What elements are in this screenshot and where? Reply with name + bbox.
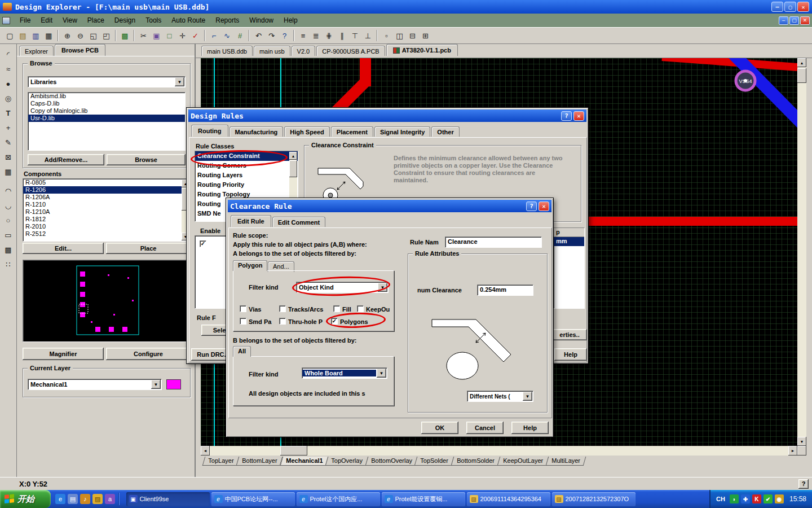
design-rules-help-button[interactable]: Help [554,348,587,361]
tab-edit-comment[interactable]: Edit Comment [272,217,326,227]
zoom-all-icon[interactable]: ◰ [100,29,113,42]
footprint-preview[interactable] [23,260,191,342]
vertical-scrollbar[interactable]: ▲ ▼ [797,58,806,446]
libraries-list[interactable]: Ambitsmd.lib Caps-D.lib Copy of Mainlogi… [28,92,186,151]
list-item[interactable]: R-1210 [23,201,190,208]
place-via-icon[interactable]: ◎ [2,91,15,105]
layer-tab-bottomsolder[interactable]: BottomSolder [451,457,500,466]
dialog-close-icon[interactable]: ✕ [573,111,584,121]
array-place-icon[interactable]: ▫ [380,29,393,42]
pcb-document-icon[interactable]: ▩ [118,29,131,42]
scroll-up-icon[interactable]: ▲ [797,58,806,67]
mdi-restore-button[interactable]: ▢ [789,16,799,25]
doc-tab-v20[interactable]: V2.0 [292,46,316,56]
folder-quicklaunch-icon[interactable]: ▨ [92,494,103,504]
menu-design[interactable]: Design [109,15,140,25]
filter-kind-b-combo[interactable]: Whole Board ▼ [302,367,387,379]
list-item[interactable]: Copy of Mainlogic.lib [28,107,185,115]
rule-class-selected[interactable]: Clearance Constraint [195,151,298,161]
grid-icon[interactable]: # [233,29,246,42]
menu-auto-route[interactable]: Auto Route [166,15,210,25]
clock[interactable]: 15:58 [789,495,806,503]
ie-quicklaunch-icon[interactable]: e [55,494,65,504]
keepout-checkbox[interactable] [357,305,364,312]
task-pcb-forum[interactable]: e 中国PCB论坛网--... [211,492,295,506]
layer-tab-topsolder[interactable]: TopSolder [414,457,454,466]
set-origin-icon[interactable]: + [2,121,15,134]
filter-kind-a-combo[interactable]: Object Kind ▼ [296,282,389,293]
place-rect-icon[interactable]: ▭ [2,228,15,242]
array-icon[interactable]: ∷ [2,257,15,271]
open-icon[interactable]: ▤ [16,29,29,42]
scroll-thumb[interactable] [280,446,307,456]
chevron-down-icon[interactable]: ▼ [377,369,386,378]
polygons-checkbox[interactable]: ✓ [331,318,338,325]
tray-updown-icon[interactable]: ◗ [730,494,739,503]
app-quicklaunch-icon[interactable]: a [105,494,115,504]
tab-edit-rule[interactable]: Edit Rule [231,215,271,227]
list-item[interactable]: R-1206A [23,194,190,201]
rule-name-input[interactable]: Clearance [445,237,542,248]
tray-network-icon[interactable]: ✚ [741,494,750,503]
rule-enabled-checkbox[interactable]: ✓ [200,240,206,247]
layer-tab-bottomlayer[interactable]: BottomLayer [236,457,283,466]
cut-icon[interactable]: ✂ [137,29,150,42]
rule-class-item[interactable]: Routing Layers [195,170,298,180]
list-item[interactable]: R-0805 [23,179,190,186]
ok-button[interactable]: OK [421,422,458,434]
room-icon[interactable]: ◫ [393,29,406,42]
tray-volume-icon[interactable]: ◉ [775,494,784,503]
show-desktop-icon[interactable]: ▤ [68,494,78,504]
layer-tab-multilayer[interactable]: MultiLayer [545,457,585,466]
dialog-help-icon[interactable]: ? [526,202,537,211]
cancel-button[interactable]: Cancel [466,422,504,434]
new-sheet-icon[interactable]: ▢ [3,29,16,42]
mdi-minimize-button[interactable]: – [779,16,788,25]
component-icon[interactable]: ⌐ [208,29,220,42]
menu-reports[interactable]: Reports [210,15,244,25]
menu-help[interactable]: Help [279,15,303,25]
clearance-rule-title-bar[interactable]: Clearance Rule ? ✕ [228,200,551,212]
align-top-icon[interactable]: ⊤ [348,29,361,42]
minimum-clearance-input[interactable]: 0.254mm [477,284,533,296]
copy-icon[interactable]: ▣ [150,29,163,42]
components-list[interactable]: R-0805 R-1206 R-1206A R-1210 R-1210A R-1… [23,178,191,242]
layer-tab-toplayer[interactable]: TopLayer [202,457,240,466]
doc-tab-main-usb-ddb[interactable]: main USB.ddb [201,46,253,56]
scroll-thumb[interactable] [289,160,297,177]
list-item-selected[interactable]: R-1206 [23,186,190,194]
tab-explorer[interactable]: Explorer [19,46,54,56]
add-remove-button[interactable]: Add/Remove... [28,154,104,165]
media-player-icon[interactable]: ♪ [80,494,90,504]
scroll-up-icon[interactable]: ▲ [289,152,297,160]
split-horizontal-icon[interactable]: ⊟ [406,29,419,42]
save-icon[interactable]: ▥ [29,29,42,42]
dialog-help-icon[interactable]: ? [561,111,572,121]
scroll-right-icon[interactable]: ► [788,446,797,456]
arc-center-icon[interactable]: ◠ [2,184,15,198]
doc-tab-cp9000usb[interactable]: CP-9000USB A.PCB [316,46,385,56]
tab-other[interactable]: Other [431,126,459,137]
tab-all[interactable]: All [233,346,251,357]
minimize-button[interactable]: – [771,2,783,12]
list-item[interactable]: R-1210A [23,208,190,216]
tab-manufacturing[interactable]: Manufacturing [230,126,284,137]
place-keepout-icon[interactable]: ⊠ [2,150,15,164]
place-line-icon[interactable]: ✎ [2,135,15,149]
design-rules-title-bar[interactable]: Design Rules ? ✕ [188,110,586,122]
scroll-left-icon[interactable]: ◄ [201,446,210,456]
configure-button[interactable]: Configure [106,348,191,360]
chevron-down-icon[interactable]: ▼ [523,392,532,401]
scroll-thumb[interactable] [797,68,806,83]
close-button[interactable]: ✕ [797,2,809,12]
rule-class-item[interactable]: Routing Corners [195,161,298,170]
tab-routing[interactable]: Routing [191,125,228,137]
smd-pads-checkbox[interactable] [240,318,246,325]
print-icon[interactable]: ▦ [42,29,55,42]
chevron-down-icon[interactable]: ▼ [378,283,387,292]
menu-edit[interactable]: Edit [36,15,58,25]
table-cell-fragment[interactable]: mm [554,237,584,246]
interactive-route-icon[interactable]: ∿ [220,29,233,42]
tab-placement[interactable]: Placement [331,126,373,137]
menu-window[interactable]: Window [244,15,279,25]
